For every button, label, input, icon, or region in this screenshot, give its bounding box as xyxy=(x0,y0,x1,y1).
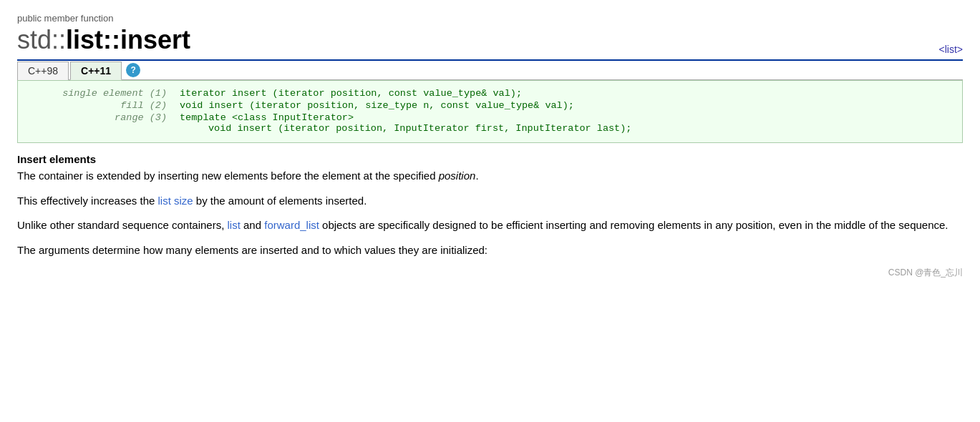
code-row-fill: fill (2) void insert (iterator position,… xyxy=(29,100,951,111)
code-box: single element (1) iterator insert (iter… xyxy=(17,80,963,143)
code-content-range: template <class InputIterator> void inse… xyxy=(180,112,951,134)
code-range-line2: void insert (iterator position, InputIte… xyxy=(180,123,631,134)
code-label-fill: fill (2) xyxy=(29,100,180,111)
position-italic: position xyxy=(439,170,476,182)
help-icon[interactable]: ? xyxy=(126,63,140,77)
code-label-single: single element (1) xyxy=(29,88,180,99)
code-content-single: iterator insert (iterator position, cons… xyxy=(180,88,951,99)
tab-cpp11[interactable]: C++11 xyxy=(70,62,122,80)
code-content-fill: void insert (iterator position, size_typ… xyxy=(180,100,951,111)
public-member-label: public member function xyxy=(17,13,963,24)
page-title: std::list::insert xyxy=(17,25,190,55)
code-row-range: range (3) template <class InputIterator>… xyxy=(29,112,951,134)
para-1: The container is extended by inserting n… xyxy=(17,168,963,185)
function-name: list::insert xyxy=(66,25,190,54)
para-2: This effectively increases the list size… xyxy=(17,193,963,210)
tabs-row: C++98 C++11 ? xyxy=(17,61,963,80)
list-link[interactable]: list xyxy=(228,219,241,231)
code-row-single: single element (1) iterator insert (iter… xyxy=(29,88,951,99)
watermark: CSDN @青色_忘川 xyxy=(17,267,963,279)
namespace-prefix: std:: xyxy=(17,25,66,54)
forward-list-link[interactable]: forward_list xyxy=(264,219,319,231)
para-4: The arguments determine how many element… xyxy=(17,242,963,259)
code-range-line1: template <class InputIterator> xyxy=(180,112,354,123)
code-label-range: range (3) xyxy=(29,112,180,123)
list-top-link[interactable]: <list> xyxy=(939,44,963,55)
para-3: Unlike other standard sequence container… xyxy=(17,217,963,234)
list-size-link[interactable]: list size xyxy=(157,195,193,207)
section-heading: Insert elements xyxy=(17,153,963,165)
tab-cpp98[interactable]: C++98 xyxy=(17,62,69,80)
